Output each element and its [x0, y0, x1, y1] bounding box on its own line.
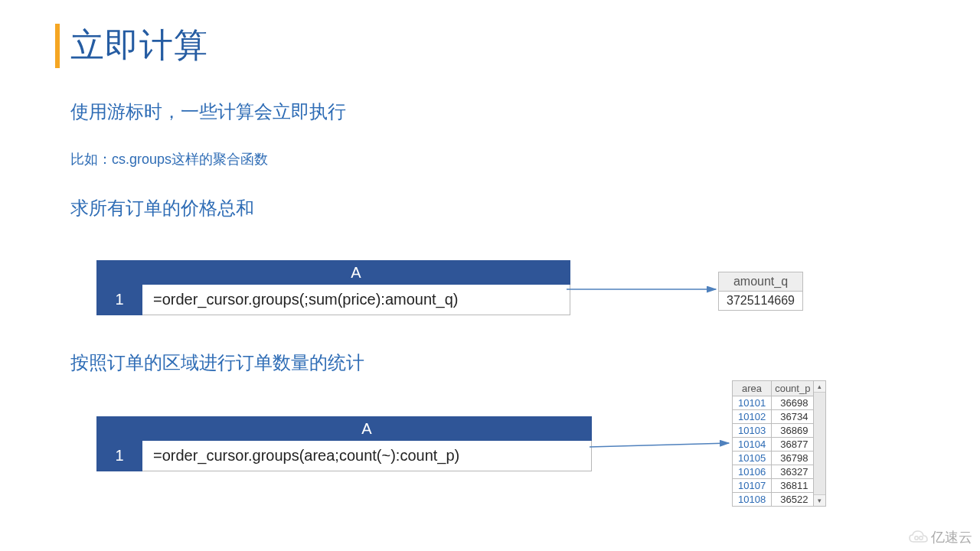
table-row: 1010536798 [733, 452, 814, 465]
watermark-text: 亿速云 [931, 528, 972, 546]
svg-point-3 [920, 536, 923, 540]
result1-value: 3725114669 [719, 292, 803, 311]
table1-corner [97, 261, 142, 285]
scroll-down-icon[interactable]: ▾ [814, 494, 825, 506]
accent-bar [55, 24, 60, 68]
result-table-2-wrap: area count_p 1010136698 1010236734 10103… [732, 380, 826, 507]
subtitle-text: 使用游标时，一些计算会立即执行 [70, 99, 346, 124]
scroll-up-icon[interactable]: ▴ [814, 381, 825, 393]
table-row: 1010136698 [733, 396, 814, 410]
table-row: 1010636327 [733, 465, 814, 479]
table2-col-header: A [142, 417, 592, 441]
table-row: 1010236734 [733, 410, 814, 424]
table2-corner [97, 417, 142, 441]
title-bar: 立即计算 [55, 23, 208, 68]
table1-formula-cell: =order_cursor.groups(;sum(price):amount_… [142, 285, 570, 315]
page-title: 立即计算 [70, 23, 208, 68]
arrow-1 [567, 266, 727, 305]
table1-col-header: A [142, 261, 570, 285]
table1-row-number: 1 [97, 285, 142, 315]
result2-scrollbar[interactable]: ▴ ▾ [814, 380, 826, 507]
cloud-icon [908, 530, 928, 545]
section-2-heading: 按照订单的区域进行订单数量的统计 [70, 350, 364, 375]
result2-header-area: area [733, 381, 772, 396]
table-row: 1010736811 [733, 479, 814, 493]
table2-row-number: 1 [97, 441, 142, 471]
arrow-2 [590, 425, 743, 464]
table-row: 1010836522 [733, 493, 814, 507]
watermark: 亿速云 [908, 528, 972, 546]
table-row: 1010436877 [733, 438, 814, 452]
result1-header: amount_q [719, 272, 803, 292]
note-text: 比如：cs.groups这样的聚合函数 [70, 150, 268, 168]
svg-line-1 [590, 443, 729, 447]
slide: 立即计算 使用游标时，一些计算会立即执行 比如：cs.groups这样的聚合函数… [0, 0, 980, 551]
result2-header-count: count_p [772, 381, 814, 396]
formula-table-2: A 1 =order_cursor.groups(area;count(~):c… [96, 416, 592, 471]
formula-table-1: A 1 =order_cursor.groups(;sum(price):amo… [96, 260, 570, 315]
section-1-heading: 求所有订单的价格总和 [70, 196, 254, 220]
result-table-2: area count_p 1010136698 1010236734 10103… [732, 380, 814, 507]
result-table-1: amount_q 3725114669 [718, 272, 803, 311]
svg-point-2 [915, 536, 918, 540]
table2-formula-cell: =order_cursor.groups(area;count(~):count… [142, 441, 592, 471]
table-row: 1010336869 [733, 424, 814, 438]
